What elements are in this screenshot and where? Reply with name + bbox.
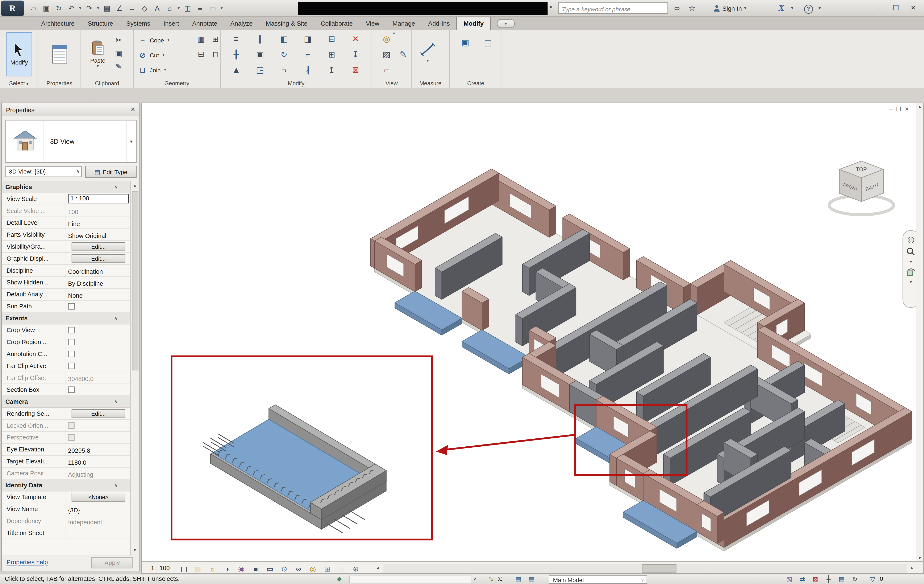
view-scale-button[interactable]: 1 : 100: [151, 565, 170, 571]
selection-filter-icon[interactable]: ▽: [866, 574, 879, 584]
demolish-icon[interactable]: ⊓: [209, 47, 222, 60]
dropdown-icon[interactable]: ▾: [219, 6, 224, 11]
paste-button[interactable]: Paste ▾: [86, 32, 110, 76]
mirror-draw-axis-icon[interactable]: ◨: [296, 31, 320, 47]
panel-label-select[interactable]: Select ▾: [0, 79, 38, 88]
redo-icon[interactable]: ↷: [83, 1, 96, 16]
tab-systems[interactable]: Systems: [120, 17, 157, 30]
close-button[interactable]: ✕: [905, 1, 921, 14]
unpin-icon[interactable]: ↥: [320, 62, 344, 78]
properties-help-link[interactable]: Properties help: [7, 559, 48, 565]
worksets-dialog-icon[interactable]: ▦: [525, 574, 538, 584]
search-binoculars-icon[interactable]: ∞: [670, 0, 683, 16]
checkbox[interactable]: [68, 363, 74, 369]
scroll-down-icon[interactable]: ▾: [916, 555, 923, 561]
offset-icon[interactable]: ∥: [248, 31, 272, 47]
measure-icon[interactable]: ∠: [113, 1, 126, 16]
panel-label-view[interactable]: View: [372, 79, 411, 88]
panel-label-geometry[interactable]: Geometry: [134, 79, 220, 88]
tab-insert[interactable]: Insert: [157, 17, 185, 30]
undo-icon[interactable]: ↶: [65, 1, 78, 16]
active-only-icon[interactable]: ⇄: [795, 574, 808, 584]
tab-structure[interactable]: Structure: [81, 17, 120, 30]
subscription-star-icon[interactable]: ☆: [686, 0, 698, 16]
edit-button[interactable]: Edit...: [72, 242, 125, 251]
background-processes-icon[interactable]: ↻: [848, 574, 861, 584]
scrollbar-thumb[interactable]: [642, 564, 676, 572]
sign-in-control[interactable]: Sign In ▾: [713, 0, 746, 16]
detail-level-icon[interactable]: ▤: [177, 564, 191, 573]
cut-profile-view-icon[interactable]: ⌐: [375, 62, 399, 78]
exchange-apps-icon[interactable]: X: [776, 0, 787, 16]
apply-button[interactable]: Apply: [91, 557, 133, 568]
editing-requests-icon[interactable]: ✎: [484, 574, 497, 584]
tab-annotate[interactable]: Annotate: [185, 17, 224, 30]
panel-label-properties[interactable]: Properties: [38, 79, 81, 88]
open-icon[interactable]: ▱: [28, 1, 40, 16]
sync-with-central-icon[interactable]: ↻: [53, 1, 65, 16]
section-icon[interactable]: ◫: [182, 1, 194, 16]
chevron-down-icon[interactable]: ▾: [166, 38, 171, 43]
property-value-text[interactable]: Fine: [68, 221, 80, 227]
dropdown-icon[interactable]: ▾: [391, 31, 397, 47]
scroll-down-icon[interactable]: ▾: [131, 546, 139, 555]
property-value-text[interactable]: Coordination: [68, 269, 103, 275]
qat-overflow-icon[interactable]: ▸: [550, 3, 553, 10]
property-value-text[interactable]: By Discipline: [68, 280, 103, 287]
sun-path-icon[interactable]: ☼: [205, 564, 220, 573]
property-value-text[interactable]: Show Original: [68, 233, 106, 239]
help-icon[interactable]: ?: [802, 0, 814, 16]
exclude-options-icon[interactable]: ⊠: [809, 574, 822, 584]
property-value-text[interactable]: 100: [68, 209, 78, 215]
section-header-extents[interactable]: Extents∧: [2, 313, 131, 325]
section-header-graphics[interactable]: Graphics∧: [2, 181, 131, 193]
edit-button[interactable]: Edit...: [72, 409, 125, 418]
tab-collaborate[interactable]: Collaborate: [314, 17, 359, 30]
temporary-hide-isolate-icon[interactable]: ∞: [291, 564, 306, 573]
visual-style-icon[interactable]: ▦: [191, 564, 205, 573]
panel-label-create[interactable]: Create: [450, 79, 502, 88]
locked-3d-view-icon[interactable]: ⊙: [277, 564, 291, 573]
properties-scrollbar[interactable]: ▴ ▾: [130, 181, 139, 555]
array-icon[interactable]: ⊞: [320, 46, 344, 62]
pin-icon[interactable]: ↧: [343, 46, 368, 62]
tab-analyze[interactable]: Analyze: [224, 17, 259, 30]
reveal-hidden-elements-icon[interactable]: ◎: [306, 564, 320, 573]
panel-label-clipboard[interactable]: Clipboard: [81, 79, 133, 88]
design-options-icon[interactable]: ▧: [783, 574, 795, 584]
view-window-controls[interactable]: ─❐✕: [889, 106, 912, 112]
scroll-up-icon[interactable]: ▴: [131, 181, 139, 190]
trim-multiple-icon[interactable]: ¬: [272, 62, 296, 78]
property-value-text[interactable]: Independent: [68, 519, 102, 525]
property-value-text[interactable]: 1180.0: [68, 459, 86, 466]
close-icon[interactable]: ✕: [130, 103, 135, 116]
section-header-identity-data[interactable]: Identity Data∧: [2, 480, 131, 492]
scroll-up-icon[interactable]: ▴: [916, 104, 923, 109]
panel-label-modify[interactable]: Modify: [221, 79, 372, 88]
rendering-dialog-icon[interactable]: ◉: [234, 564, 248, 573]
property-value-text[interactable]: None: [68, 292, 83, 299]
combo-arrow-icon[interactable]: ∨: [473, 574, 477, 584]
tag-by-category-icon[interactable]: ◇: [139, 1, 151, 16]
scale-icon[interactable]: ◲: [248, 62, 272, 78]
section-header-camera[interactable]: Camera∧: [2, 396, 131, 408]
checkbox[interactable]: [68, 327, 74, 333]
default-3d-view-icon[interactable]: ⌂: [163, 1, 176, 16]
checkbox[interactable]: [68, 386, 74, 393]
thin-lines-icon[interactable]: ≡: [194, 1, 206, 16]
worksets-icon[interactable]: ▤: [512, 574, 525, 584]
paste-aligned-icon[interactable]: ▥: [195, 32, 208, 45]
checkbox[interactable]: [68, 303, 74, 309]
tab-manage[interactable]: Manage: [386, 17, 422, 30]
join-tool[interactable]: ⊔Join▾: [137, 63, 168, 77]
type-selector[interactable]: 3D View ▾: [5, 120, 137, 163]
tab-modify[interactable]: Modify: [456, 16, 491, 30]
scrollbar-thumb[interactable]: [132, 191, 138, 370]
worksharing-display-icon[interactable]: ⊞: [320, 564, 334, 573]
cut-to-clipboard-icon[interactable]: ✂: [112, 33, 125, 46]
measure-button[interactable]: ▾: [417, 35, 438, 70]
text-icon[interactable]: A: [151, 1, 163, 16]
aligned-dimension-icon[interactable]: ↔: [126, 1, 139, 16]
edit-type-button[interactable]: ▤ Edit Type: [85, 166, 137, 178]
editable-only-icon[interactable]: ▤: [835, 574, 848, 584]
